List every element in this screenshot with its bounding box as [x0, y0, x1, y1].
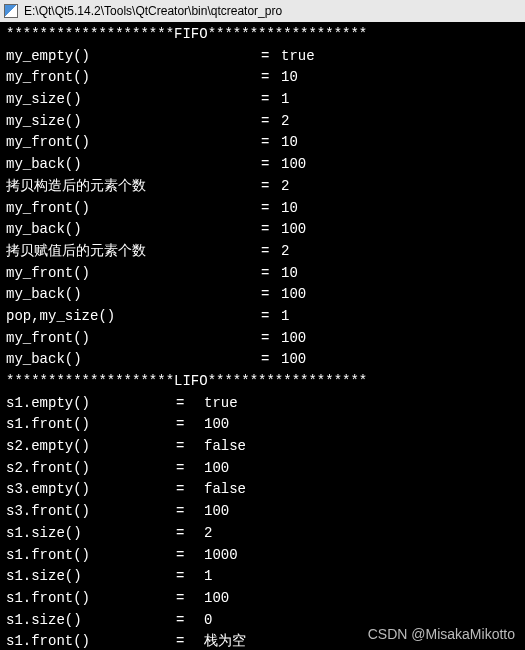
equals-symbol: = — [176, 501, 204, 523]
equals-symbol: = — [261, 176, 281, 198]
output-value: 1 — [281, 89, 289, 111]
output-row: my_back()=100 — [6, 349, 519, 371]
output-label: s2.empty() — [6, 436, 176, 458]
output-row: s2.front()=100 — [6, 458, 519, 480]
output-value: 100 — [281, 219, 306, 241]
output-label: s1.front() — [6, 588, 176, 610]
output-row: my_front()=10 — [6, 67, 519, 89]
output-row: my_front()=10 — [6, 263, 519, 285]
equals-symbol: = — [261, 154, 281, 176]
output-row: s3.empty()=false — [6, 479, 519, 501]
equals-symbol: = — [261, 198, 281, 220]
output-row: 拷贝构造后的元素个数=2 — [6, 176, 519, 198]
output-value: 2 — [281, 241, 289, 263]
output-row: s1.size()=1 — [6, 566, 519, 588]
output-value: false — [204, 479, 246, 501]
output-label: s1.size() — [6, 610, 176, 632]
equals-symbol: = — [176, 610, 204, 632]
equals-symbol: = — [261, 349, 281, 371]
window-title: E:\Qt\Qt5.14.2\Tools\QtCreator\bin\qtcre… — [24, 4, 282, 18]
output-label: my_size() — [6, 89, 261, 111]
output-row: s1.front()=100 — [6, 414, 519, 436]
output-value: 0 — [204, 610, 212, 632]
output-label: my_front() — [6, 198, 261, 220]
output-value: 100 — [281, 328, 306, 350]
output-label: my_back() — [6, 219, 261, 241]
output-label: 拷贝构造后的元素个数 — [6, 176, 261, 198]
equals-symbol: = — [176, 458, 204, 480]
output-value: 100 — [204, 414, 229, 436]
output-label: my_empty() — [6, 46, 261, 68]
output-value: 1 — [204, 566, 212, 588]
output-row: s1.empty()=true — [6, 393, 519, 415]
output-row: s1.front()=100 — [6, 588, 519, 610]
equals-symbol: = — [176, 631, 204, 650]
output-label: s3.empty() — [6, 479, 176, 501]
output-value: 10 — [281, 198, 298, 220]
watermark-text: CSDN @MisakaMikotto — [368, 626, 515, 642]
output-label: s1.front() — [6, 545, 176, 567]
equals-symbol: = — [176, 393, 204, 415]
output-row: my_empty()=true — [6, 46, 519, 68]
output-row: s2.empty()=false — [6, 436, 519, 458]
app-icon — [4, 4, 18, 18]
equals-symbol: = — [261, 89, 281, 111]
equals-symbol: = — [261, 111, 281, 133]
output-value: 2 — [281, 176, 289, 198]
equals-symbol: = — [176, 414, 204, 436]
output-label: my_front() — [6, 328, 261, 350]
output-value: 100 — [281, 349, 306, 371]
output-value: true — [204, 393, 238, 415]
output-row: my_back()=100 — [6, 154, 519, 176]
equals-symbol: = — [261, 219, 281, 241]
output-row: s3.front()=100 — [6, 501, 519, 523]
output-value: false — [204, 436, 246, 458]
output-row: my_front()=10 — [6, 198, 519, 220]
output-row: my_front()=10 — [6, 132, 519, 154]
equals-symbol: = — [261, 67, 281, 89]
output-value: 100 — [281, 154, 306, 176]
equals-symbol: = — [176, 479, 204, 501]
equals-symbol: = — [176, 523, 204, 545]
output-value: 2 — [281, 111, 289, 133]
output-label: s1.front() — [6, 631, 176, 650]
output-value: 1000 — [204, 545, 238, 567]
output-value: 10 — [281, 67, 298, 89]
equals-symbol: = — [261, 241, 281, 263]
output-label: s1.size() — [6, 566, 176, 588]
output-value: 1 — [281, 306, 289, 328]
output-row: my_front()=100 — [6, 328, 519, 350]
output-row: pop,my_size()=1 — [6, 306, 519, 328]
output-label: my_back() — [6, 154, 261, 176]
output-value: 栈为空 — [204, 631, 246, 650]
output-row: 拷贝赋值后的元素个数=2 — [6, 241, 519, 263]
titlebar[interactable]: E:\Qt\Qt5.14.2\Tools\QtCreator\bin\qtcre… — [0, 0, 525, 22]
output-row: s1.front()=1000 — [6, 545, 519, 567]
output-label: my_size() — [6, 111, 261, 133]
output-label: pop,my_size() — [6, 306, 261, 328]
equals-symbol: = — [176, 545, 204, 567]
output-label: my_front() — [6, 67, 261, 89]
equals-symbol: = — [261, 263, 281, 285]
output-label: s1.size() — [6, 523, 176, 545]
fifo-separator: ********************FIFO****************… — [6, 24, 519, 46]
output-label: 拷贝赋值后的元素个数 — [6, 241, 261, 263]
equals-symbol: = — [261, 132, 281, 154]
output-value: 100 — [204, 458, 229, 480]
output-label: my_front() — [6, 132, 261, 154]
equals-symbol: = — [176, 588, 204, 610]
output-label: s2.front() — [6, 458, 176, 480]
equals-symbol: = — [176, 436, 204, 458]
equals-symbol: = — [261, 306, 281, 328]
output-value: 10 — [281, 132, 298, 154]
output-label: my_back() — [6, 349, 261, 371]
output-label: my_front() — [6, 263, 261, 285]
equals-symbol: = — [261, 284, 281, 306]
output-value: 100 — [204, 501, 229, 523]
lifo-separator: ********************LIFO****************… — [6, 371, 519, 393]
output-row: my_size()=1 — [6, 89, 519, 111]
output-row: s1.size()=2 — [6, 523, 519, 545]
output-value: 10 — [281, 263, 298, 285]
output-row: my_back()=100 — [6, 284, 519, 306]
output-row: my_size()=2 — [6, 111, 519, 133]
